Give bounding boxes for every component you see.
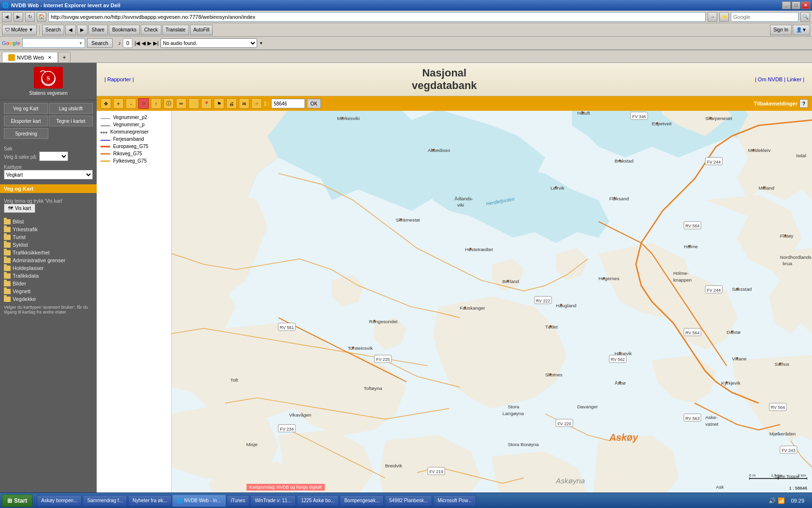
go-button[interactable]: → <box>708 12 717 22</box>
account-button[interactable]: 👤▼ <box>793 25 810 35</box>
svg-text:Fauskanger: Fauskanger <box>460 305 485 311</box>
rapporter-link[interactable]: | Rapporter | <box>104 76 134 82</box>
folder-trafikksikkerhet[interactable]: Trafikksikkerhet <box>0 249 97 256</box>
tab-close-icon[interactable]: ✕ <box>48 55 52 60</box>
svg-point-124 <box>550 373 551 375</box>
nav-next-button[interactable]: ▶ <box>77 25 87 35</box>
autofill-button[interactable]: AutoFill <box>190 25 213 35</box>
legend-svg <box>101 144 110 149</box>
map-container[interactable]: Vegnummer_p2 Vegnummer_p Kommunegrenser <box>97 111 812 493</box>
veg-og-kart-sub: Velg tema og trykk 'Vis kart' <box>4 198 63 204</box>
scale-ok-button[interactable]: OK <box>307 99 320 108</box>
folder-holdeplasser[interactable]: Holdeplasser <box>0 264 97 272</box>
favorites-button[interactable]: ⭐ <box>719 12 729 22</box>
folder-admin-grenser[interactable]: Administrative grenser <box>0 256 97 264</box>
tegn-kart-button[interactable]: Tegne i kartet <box>49 116 93 126</box>
refresh-button[interactable]: ↻ <box>25 12 35 22</box>
taskbar-nyheter[interactable]: Nyheter fra øk... <box>128 495 172 507</box>
marker-tool-button[interactable]: 📍 <box>201 98 212 109</box>
taskbar-askoy-bompen[interactable]: Askøy bompen... <box>37 495 82 507</box>
search-on-select[interactable] <box>39 151 68 161</box>
map-svg-area[interactable]: FV 248 RV 565 FV 346 RV 245 FV 244 RV 56 <box>172 111 812 493</box>
vis-kart-button[interactable]: 🗺 Vis kart <box>4 204 35 213</box>
folder-vegnett[interactable]: Vegnett <box>0 287 97 295</box>
draw-tool-button[interactable]: ✏ <box>176 98 187 109</box>
spredning-button[interactable]: Spredning <box>4 128 48 139</box>
sok-label: Søk <box>4 146 13 151</box>
info-tool-button[interactable]: ⓘ <box>163 98 174 109</box>
taskbar-separator <box>34 496 35 506</box>
google-search-button[interactable]: 🔍 <box>800 12 810 22</box>
svg-text:Toftøyna: Toftøyna <box>364 386 383 391</box>
maximize-button[interactable]: □ <box>792 1 800 9</box>
folder-icon <box>4 281 11 286</box>
minimize-button[interactable]: _ <box>782 1 791 9</box>
audio-source-select[interactable]: No audio found. <box>160 38 257 48</box>
taskbar-wintrade[interactable]: WinTrade v: 11... <box>250 495 296 507</box>
main-area: S Statens vegvesen Veg og Kart Lag utskr… <box>0 63 812 493</box>
taskbar-itunes[interactable]: iTunes <box>227 495 250 507</box>
eksporter-kart-button[interactable]: Eksporter kart <box>4 116 48 126</box>
folder-trafikkdata[interactable]: Trafikkdata <box>0 272 97 280</box>
pan-tool-button[interactable]: ✥ <box>101 98 111 109</box>
folder-vegdekke[interactable]: Vegdekke <box>0 295 97 303</box>
svg-text:Hegernes: Hegernes <box>598 276 619 281</box>
tilbakemeldinger-label[interactable]: Tilbakemeldinger <box>754 101 798 106</box>
legend-item-riksveg: Riksveg_G75 <box>101 151 167 156</box>
folder-syklist[interactable]: Syklist <box>0 241 97 249</box>
svg-text:viki: viki <box>457 202 464 208</box>
check-button[interactable]: Check <box>141 25 161 35</box>
taskbar-ms-pow[interactable]: Microsoft Pow... <box>433 495 476 507</box>
search-button[interactable]: Search <box>42 25 64 35</box>
tab-nvdb-web[interactable]: NVDB Web ✕ <box>2 52 58 62</box>
audio-next-button[interactable]: ▶| <box>153 40 159 46</box>
nav-prev-button[interactable]: ◀ <box>65 25 76 35</box>
start-button[interactable]: ⊞ Start <box>2 494 32 507</box>
zoom-in-button[interactable]: + <box>113 98 124 109</box>
legend-color <box>101 140 110 141</box>
measure-tool-button[interactable]: 📏 <box>188 98 199 109</box>
folder-bilder[interactable]: Bilder <box>0 280 97 287</box>
audio-prev-button[interactable]: |◀ <box>134 40 140 46</box>
print-tool-button[interactable]: 🖨 <box>226 98 237 109</box>
cursor-tool-button[interactable]: ☞ <box>251 98 262 109</box>
translate-button[interactable]: Translate <box>162 25 189 35</box>
close-button[interactable]: ✕ <box>801 1 810 9</box>
lag-utskrift-button[interactable]: Lag utskrift <box>49 103 93 114</box>
email-tool-button[interactable]: ✉ <box>239 98 249 109</box>
flag-tool-button[interactable]: ⚑ <box>214 98 224 109</box>
audio-prev2-button[interactable]: ◀ <box>142 40 145 46</box>
new-tab-button[interactable]: + <box>58 52 71 62</box>
om-nvdb-link[interactable]: | Om NVDB | Linker | <box>755 76 804 82</box>
help-button[interactable]: ? <box>799 99 808 108</box>
back-button[interactable]: ◀ <box>2 12 12 22</box>
url-input[interactable] <box>48 12 706 22</box>
google-search-submit[interactable]: Search <box>87 38 113 48</box>
folder-icon <box>4 219 11 224</box>
karttype-select[interactable]: Vegkart <box>4 170 93 179</box>
taskbar-askoy-bo[interactable]: 1225 Askø bo... <box>297 495 339 507</box>
veg-kart-button[interactable]: Veg og Kart <box>4 103 48 114</box>
taskbar-planbesk[interactable]: 54982 Planbesk... <box>385 495 432 507</box>
scale-prefix: 1 : <box>264 101 269 106</box>
audio-play-button[interactable]: ▶ <box>147 40 151 46</box>
mcafee-button[interactable]: 🛡 McAfee ▼ <box>2 25 37 35</box>
forward-button[interactable]: ▶ <box>14 12 23 22</box>
folder-turist[interactable]: Turist <box>0 233 97 241</box>
folder-bilist[interactable]: Bilist <box>0 218 97 225</box>
scale-input[interactable] <box>271 99 305 108</box>
signin-button[interactable]: Sign In <box>770 25 792 35</box>
google-search-input[interactable] <box>731 12 798 22</box>
google-bar-input[interactable] <box>25 40 79 46</box>
select-tool-button[interactable]: ☞ <box>138 98 149 109</box>
share-button[interactable]: Share <box>88 25 108 35</box>
svg-text:Flatøy: Flatøy <box>780 233 794 239</box>
bookmarks-button[interactable]: Bookmarks <box>109 25 140 35</box>
folder-yrkestrafik[interactable]: Yrkestrafik <box>0 225 97 233</box>
home-button[interactable]: 🏠 <box>37 12 46 22</box>
arrow-tool-button[interactable]: ↑ <box>151 98 161 109</box>
zoom-out-button[interactable]: - <box>126 98 136 109</box>
taskbar-nvdb-web[interactable]: 🌐 NVDB Web - In... <box>173 495 226 507</box>
taskbar-sammendrag[interactable]: Sammendrag f... <box>83 495 127 507</box>
taskbar-bompenesok[interactable]: Bompengesøk... <box>340 495 384 507</box>
